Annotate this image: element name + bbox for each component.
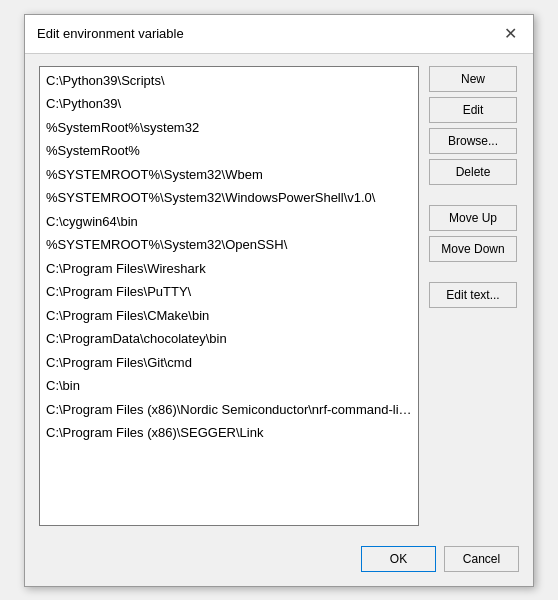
list-item[interactable]: %SYSTEMROOT%\System32\OpenSSH\ (40, 233, 418, 257)
list-item[interactable]: %SystemRoot%\system32 (40, 116, 418, 140)
close-button[interactable]: ✕ (499, 23, 521, 45)
action-buttons: New Edit Browse... Delete Move Up Move D… (429, 66, 519, 526)
dialog-content: C:\Python39\Scripts\C:\Python39\%SystemR… (25, 54, 533, 538)
list-item[interactable]: C:\Program Files\PuTTY\ (40, 280, 418, 304)
list-item[interactable]: %SystemRoot% (40, 139, 418, 163)
list-item[interactable]: C:\Python39\ (40, 92, 418, 116)
env-var-list[interactable]: C:\Python39\Scripts\C:\Python39\%SystemR… (39, 66, 419, 526)
list-item[interactable]: %SYSTEMROOT%\System32\Wbem (40, 163, 418, 187)
browse-button[interactable]: Browse... (429, 128, 517, 154)
cancel-button[interactable]: Cancel (444, 546, 519, 572)
list-item[interactable]: C:\Program Files (x86)\SEGGER\Link (40, 421, 418, 445)
edit-button[interactable]: Edit (429, 97, 517, 123)
list-item[interactable]: %SYSTEMROOT%\System32\WindowsPowerShell\… (40, 186, 418, 210)
list-item[interactable]: C:\bin (40, 374, 418, 398)
list-item[interactable]: C:\ProgramData\chocolatey\bin (40, 327, 418, 351)
new-button[interactable]: New (429, 66, 517, 92)
list-item[interactable]: C:\Program Files (x86)\Nordic Semiconduc… (40, 398, 418, 422)
edit-text-button[interactable]: Edit text... (429, 282, 517, 308)
list-item[interactable]: C:\cygwin64\bin (40, 210, 418, 234)
dialog-footer: OK Cancel (25, 538, 533, 586)
dialog-title: Edit environment variable (37, 26, 184, 41)
list-item[interactable]: C:\Program Files\Wireshark (40, 257, 418, 281)
move-down-button[interactable]: Move Down (429, 236, 517, 262)
list-item[interactable]: C:\Program Files\Git\cmd (40, 351, 418, 375)
delete-button[interactable]: Delete (429, 159, 517, 185)
list-item[interactable]: C:\Program Files\CMake\bin (40, 304, 418, 328)
title-bar: Edit environment variable ✕ (25, 15, 533, 54)
edit-env-dialog: Edit environment variable ✕ C:\Python39\… (24, 14, 534, 587)
list-item[interactable]: C:\Python39\Scripts\ (40, 69, 418, 93)
ok-button[interactable]: OK (361, 546, 436, 572)
move-up-button[interactable]: Move Up (429, 205, 517, 231)
